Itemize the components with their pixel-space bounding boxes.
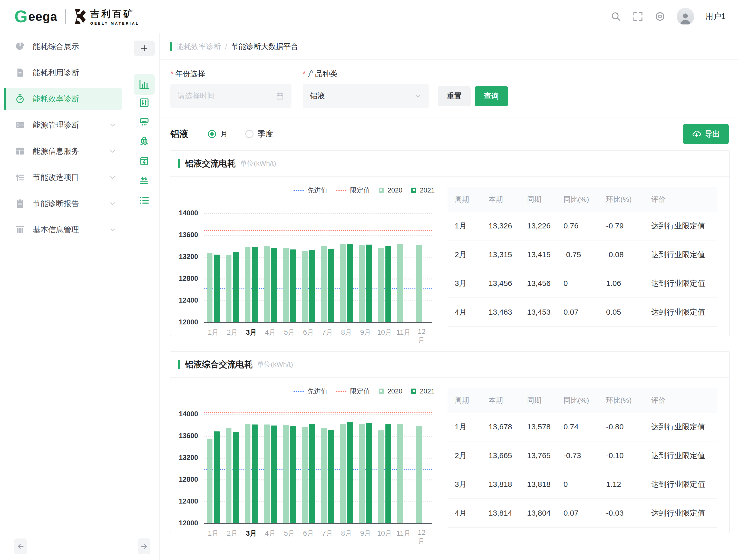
legend-item[interactable]: 先进值 [294,186,327,195]
breadcrumb-parent[interactable]: 能耗效率诊断 [176,41,221,52]
search-icon[interactable] [610,11,621,22]
reset-button[interactable]: 重置 [438,86,471,106]
table-header-cell: 评价 [644,396,717,405]
legend-square-icon [411,389,416,394]
date-placeholder: 请选择时间 [177,91,276,101]
bar-2020-2月 [226,428,232,523]
bar-2020-3月 [245,424,251,523]
sidebar-item-label: 能耗效率诊断 [33,94,79,104]
table-cell: 1月 [447,422,481,432]
geega-logo: Geega [14,8,57,25]
bar-2020-7月 [321,246,327,322]
chevron-down-icon [109,121,117,129]
x-axis-tick: 1月 [208,529,218,538]
legend-item[interactable]: 限定值 [336,186,370,195]
table-header-cell: 同比(%) [556,396,599,405]
sidebar-item[interactable]: 能耗效率诊断 [0,86,128,112]
product-type-label: *产品种类 [303,69,337,79]
x-axis-tick: 5月 [284,328,295,337]
y-axis-tick: 12800 [170,275,198,283]
table-cell: 达到行业限定值 [644,450,717,461]
sidebar-item[interactable]: 节能改造项目 [0,164,128,190]
bar-2020-8月 [340,424,346,523]
harbor-icon [139,136,150,147]
sidebar-item-label: 能源管理诊断 [33,120,79,130]
legend-item[interactable]: 2020 [379,387,402,395]
table-header-cell: 同期 [520,194,556,204]
add-panel-button[interactable] [134,40,155,56]
table-row: 3月13,81813,81801.12达到行业限定值 [447,470,717,499]
card-unit: 单位(kWh/t) [257,360,293,369]
sidebar-collapse-button[interactable] [14,538,27,554]
legend-item[interactable]: 2021 [411,186,435,194]
bar-2021-10月 [386,424,391,523]
report-icon [15,198,25,208]
legend-item[interactable]: 先进值 [294,387,327,396]
y-axis-tick: 14000 [170,410,198,418]
product-type-select[interactable]: 铝液 [303,84,429,108]
user-name[interactable]: 用户1 [705,11,726,22]
bar-2020-6月 [302,251,308,322]
table-cell: 1.12 [599,480,644,488]
plus-icon [140,44,148,52]
radio-circle-icon [245,130,254,138]
power-window-icon [139,156,150,166]
double-down-icon [139,175,150,186]
y-axis-tick: 12400 [170,498,198,505]
chevron-down-icon [109,200,117,207]
rail-expand-button[interactable] [138,538,150,554]
bar-2020-10月 [378,430,384,523]
table-cell: -0.75 [556,250,599,259]
table-row: 3月13,45613,45601.06达到行业限定值 [447,269,717,298]
bar-2020-2月 [226,255,232,322]
bar-2020-12月 [416,245,422,322]
geely-material-en: GEELY MATERIAL [90,21,139,25]
filter-divider [160,118,739,118]
radio-quarter[interactable]: 季度 [245,129,273,139]
table-cell: 达到行业限定值 [644,422,717,432]
pie-chart-icon [15,41,25,51]
sidebar-item[interactable]: 节能诊断报告 [0,190,128,217]
table-header-cell: 周期 [447,194,481,204]
sidebar-item[interactable]: 能耗利用诊断 [0,59,128,86]
legend-item[interactable]: 2020 [379,186,402,194]
x-axis-tick: 9月 [360,529,371,538]
y-axis-tick: 13600 [170,432,198,440]
table-cell: 13,665 [481,451,520,460]
sidebar-item-label: 能耗综合展示 [33,41,79,52]
bar-2021-1月 [214,431,219,523]
x-axis-tick: 2月 [227,529,238,538]
table-cell: 13,226 [520,222,556,230]
export-button[interactable]: 导出 [683,124,729,144]
sidebar-item[interactable]: 能耗综合展示 [0,33,128,59]
radio-month[interactable]: 月 [208,129,228,139]
x-axis-tick: 7月 [322,328,333,337]
table-header-cell: 本期 [481,396,520,405]
breadcrumb-accent-bar [170,42,172,51]
header-divider [160,59,739,59]
avatar[interactable] [677,8,694,25]
query-button[interactable]: 查询 [475,86,508,106]
table-cell: 13,818 [481,480,520,488]
server-icon [15,120,25,130]
x-axis-tick: 10月 [377,328,392,337]
breadcrumb-current: 节能诊断大数据平台 [231,41,298,52]
settings-icon[interactable] [654,11,666,22]
sidebar-item[interactable]: 基本信息管理 [0,217,128,243]
fullscreen-icon[interactable] [632,11,643,22]
sidebar-item[interactable]: 能源信息服务 [0,138,128,164]
rail-item-bar-chart[interactable] [134,74,155,95]
bar-2021-2月 [233,252,239,322]
table-cell: 13,463 [481,308,520,316]
table-header-cell: 本期 [481,194,520,204]
year-date-picker[interactable]: 请选择时间 [170,84,292,108]
geega-g-mark: G [14,8,28,25]
x-axis-tick: 4月 [265,529,276,538]
chevron-down-icon [109,173,117,181]
legend-item[interactable]: 2021 [411,387,435,395]
bar-2021-5月 [290,426,296,523]
sidebar-item[interactable]: 能源管理诊断 [0,112,128,138]
legend-item[interactable]: 限定值 [336,387,370,396]
icon-rail [129,33,160,560]
card-accent-bar [178,360,180,369]
